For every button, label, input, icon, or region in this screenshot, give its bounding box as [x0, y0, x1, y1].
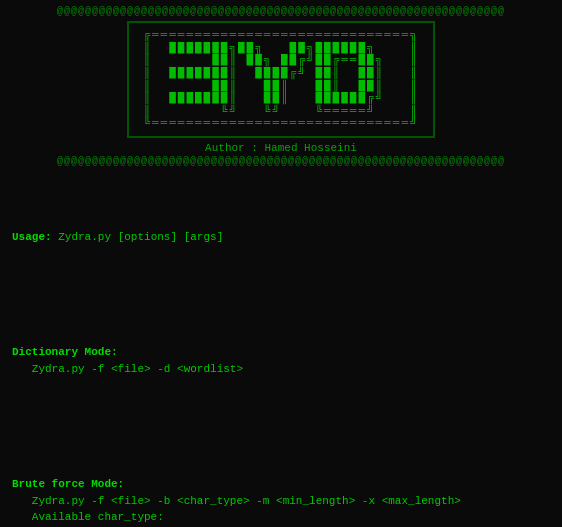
author-line: Author : Hamed Hosseini — [0, 142, 562, 154]
header-section: @@@@@@@@@@@@@@@@@@@@@@@@@@@@@@@@@@@@@@@@… — [0, 0, 562, 175]
logo-ascii: ╔══════════════════════════════╗ ║ █████… — [127, 21, 434, 138]
dots-top: @@@@@@@@@@@@@@@@@@@@@@@@@@@@@@@@@@@@@@@@… — [0, 6, 562, 17]
usage-section: Usage: Zydra.py [options] [args] — [12, 212, 550, 262]
usage-label: Usage: — [12, 231, 52, 243]
brute-mode-section: Brute force Mode: Zydra.py -f <file> -b … — [12, 460, 550, 527]
content-area: Usage: Zydra.py [options] [args] Diction… — [0, 175, 562, 527]
logo-container: ╔══════════════════════════════╗ ║ █████… — [0, 21, 562, 138]
usage-command: Zydra.py [options] [args] — [58, 231, 223, 243]
dots-bottom: @@@@@@@@@@@@@@@@@@@@@@@@@@@@@@@@@@@@@@@@… — [0, 156, 562, 167]
dict-mode-title: Dictionary Mode: — [12, 346, 118, 358]
brute-mode-command: Zydra.py -f <file> -b <char_type> -m <mi… — [12, 495, 461, 507]
avail-title: Available char_type: — [12, 511, 164, 523]
brute-mode-title: Brute force Mode: — [12, 478, 124, 490]
dict-mode-section: Dictionary Mode: Zydra.py -f <file> -d <… — [12, 328, 550, 394]
dict-mode-command: Zydra.py -f <file> -d <wordlist> — [12, 363, 243, 375]
